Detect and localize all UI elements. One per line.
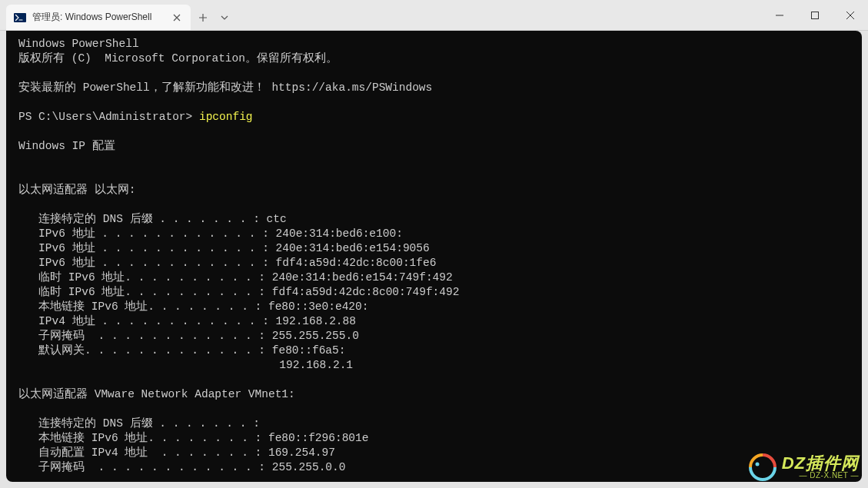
- terminal-line: 默认网关. . . . . . . . . . . . . : fe80::f6…: [18, 344, 345, 357]
- terminal-line: IPv6 地址 . . . . . . . . . . . . : 240e:3…: [18, 242, 430, 254]
- prompt-command: ipconfig: [199, 111, 253, 123]
- terminal-line: 版权所有 (C) Microsoft Corporation。保留所有权利。: [18, 52, 338, 65]
- terminal-line: IPv6 地址 . . . . . . . . . . . . : fdf4:a…: [18, 257, 436, 269]
- terminal-line: 子网掩码 . . . . . . . . . . . . : 255.255.2…: [18, 330, 359, 342]
- close-button[interactable]: [833, 0, 868, 31]
- tab-title: 管理员: Windows PowerShell: [32, 11, 165, 24]
- watermark-text-sub: — DZ-X.NET —: [782, 472, 859, 480]
- terminal-line: IPv6 地址 . . . . . . . . . . . . : 240e:3…: [18, 227, 403, 240]
- terminal-output[interactable]: Windows PowerShell 版权所有 (C) Microsoft Co…: [6, 31, 862, 482]
- terminal-line: Windows PowerShell: [18, 38, 139, 50]
- powershell-icon: [14, 12, 26, 24]
- terminal-line: 本地链接 IPv6 地址. . . . . . . . : fe80::f296…: [18, 432, 368, 444]
- terminal-line: 连接特定的 DNS 后缀 . . . . . . . :: [18, 417, 260, 430]
- tab-active[interactable]: 管理员: Windows PowerShell: [6, 5, 191, 30]
- terminal-line: Windows IP 配置: [18, 140, 115, 152]
- svg-point-5: [755, 463, 759, 466]
- terminal-line: 本地链接 IPv6 地址. . . . . . . . : fe80::3e0:…: [18, 300, 368, 313]
- tab-close-button[interactable]: [171, 12, 183, 24]
- watermark-logo-icon: [748, 453, 777, 482]
- terminal-line: IPv4 地址 . . . . . . . . . . . . : 192.16…: [18, 315, 356, 327]
- window-controls: [762, 0, 868, 30]
- terminal-line: 连接特定的 DNS 后缀 . . . . . . . : ctc: [18, 213, 287, 225]
- terminal-line: 以太网适配器 以太网:: [18, 184, 135, 196]
- svg-rect-0: [14, 13, 26, 22]
- terminal-line: 临时 IPv6 地址. . . . . . . . . . : fdf4:a59…: [18, 286, 459, 298]
- terminal-line: 自动配置 IPv4 地址 . . . . . . . : 169.254.97: [18, 447, 335, 459]
- terminal-line: 子网掩码 . . . . . . . . . . . . : 255.255.0…: [18, 461, 345, 473]
- terminal-line: 安装最新的 PowerShell，了解新功能和改进！ https://aka.m…: [18, 81, 432, 94]
- titlebar: 管理员: Windows PowerShell: [0, 0, 868, 31]
- prompt-path: PS C:\Users\Administrator>: [18, 111, 199, 123]
- window: 管理员: Windows PowerShell: [0, 0, 868, 488]
- minimize-button[interactable]: [762, 0, 797, 31]
- terminal-line: 192.168.2.1: [18, 359, 353, 371]
- watermark: DZ插件网 — DZ-X.NET —: [748, 453, 859, 482]
- tab-dropdown-button[interactable]: [215, 5, 234, 30]
- new-tab-button[interactable]: [191, 5, 215, 30]
- svg-rect-1: [812, 12, 819, 19]
- watermark-text-main: DZ插件网: [782, 455, 859, 472]
- terminal-line: 以太网适配器 VMware Network Adapter VMnet1:: [18, 388, 295, 400]
- terminal-line: 临时 IPv6 地址. . . . . . . . . . : 240e:314…: [18, 271, 453, 284]
- maximize-button[interactable]: [797, 0, 833, 31]
